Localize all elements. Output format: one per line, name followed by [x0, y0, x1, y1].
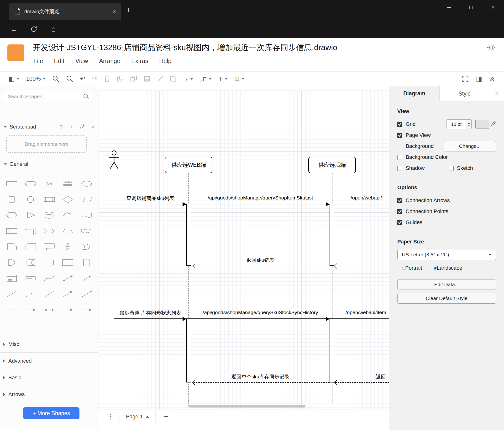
- landscape-option[interactable]: Landscape: [434, 265, 462, 271]
- zoom-in-icon[interactable]: [52, 75, 59, 82]
- browser-tab[interactable]: drawio文件预览 ×: [9, 3, 121, 20]
- message-label[interactable]: /api/goods/shopManage/queryShopItemSkuLi…: [208, 195, 313, 201]
- shape-line[interactable]: [40, 288, 58, 300]
- shape-diagonal-line[interactable]: [77, 288, 96, 300]
- scratchpad-help-icon[interactable]: ?: [60, 124, 63, 130]
- shadow-checkbox[interactable]: [397, 166, 402, 171]
- landscape-radio[interactable]: [434, 267, 437, 270]
- menu-file[interactable]: File: [33, 57, 43, 65]
- scratchpad-close-icon[interactable]: ×: [92, 124, 95, 130]
- return-label[interactable]: 返回单个sku库存同步记录: [232, 373, 289, 380]
- section-general[interactable]: General: [3, 158, 95, 170]
- zoom-dropdown[interactable]: 100%: [26, 75, 45, 82]
- shape-diamond[interactable]: [58, 193, 77, 206]
- shape-list[interactable]: [2, 272, 21, 285]
- shape-dashed-arrow[interactable]: [58, 304, 77, 316]
- menu-extras[interactable]: Extras: [131, 57, 148, 65]
- return-line[interactable]: [335, 266, 389, 266]
- shape-step[interactable]: [40, 225, 58, 237]
- message-line[interactable]: [114, 204, 186, 204]
- outline-view-icon[interactable]: ◧: [9, 75, 19, 83]
- activation-web-2[interactable]: [186, 318, 191, 383]
- menu-arrange[interactable]: Arrange: [99, 57, 120, 65]
- activation-web-1[interactable]: [186, 204, 191, 266]
- section-advanced[interactable]: Advanced: [0, 352, 98, 369]
- actor-figure[interactable]: [108, 150, 120, 171]
- shape-dotted-line[interactable]: [21, 288, 40, 300]
- message-line[interactable]: [191, 318, 330, 319]
- minimize-icon[interactable]: ─: [438, 0, 460, 15]
- connection-style-icon[interactable]: →: [182, 75, 193, 83]
- scratchpad-header[interactable]: Scratchpad ? + ×: [3, 122, 95, 132]
- shape-square[interactable]: [2, 193, 21, 206]
- edit-data-button[interactable]: Edit Data...: [397, 279, 496, 290]
- shape-curve[interactable]: [40, 272, 58, 285]
- horizontal-scrollbar[interactable]: [188, 405, 306, 408]
- home-icon[interactable]: ⌂: [47, 25, 60, 33]
- shape-double-arrow[interactable]: [40, 304, 58, 316]
- fullscreen-icon[interactable]: [462, 75, 469, 82]
- insert-icon[interactable]: +: [218, 75, 228, 83]
- shape-and[interactable]: [2, 256, 21, 269]
- shape-directional-arrow[interactable]: [58, 288, 77, 300]
- tab-close-icon[interactable]: ×: [112, 8, 116, 15]
- shape-process[interactable]: [40, 193, 58, 206]
- shape-document[interactable]: [77, 209, 96, 221]
- grid-color-swatch[interactable]: [475, 120, 489, 129]
- shape-thin-arrow[interactable]: [21, 304, 40, 316]
- actor-lifeline[interactable]: [114, 170, 114, 404]
- paper-size-select[interactable]: US-Letter (8,5" x 11"): [397, 249, 496, 260]
- shape-dashed-line[interactable]: [2, 288, 21, 300]
- shape-internal-storage[interactable]: [2, 225, 21, 237]
- message-label[interactable]: /open/webapi/: [351, 195, 382, 201]
- undo-icon[interactable]: ↶: [80, 75, 85, 83]
- tab-diagram[interactable]: Diagram: [389, 86, 440, 101]
- shape-hexagon[interactable]: [2, 209, 21, 221]
- shape-vertical-container[interactable]: [77, 256, 96, 269]
- diagram-canvas[interactable]: 供应链WEB端 供应链后端 查询店铺商品sku列表 /api/goods/sho…: [99, 86, 389, 409]
- activation-backend-2[interactable]: [330, 318, 334, 383]
- return-line[interactable]: [194, 266, 330, 266]
- portrait-option[interactable]: Portrait: [402, 265, 422, 271]
- message-label[interactable]: 查询店铺商品sku列表: [126, 195, 174, 202]
- return-line[interactable]: [194, 382, 330, 383]
- guides-checkbox[interactable]: [397, 220, 402, 225]
- shape-cloud[interactable]: [58, 209, 77, 221]
- message-line[interactable]: [334, 204, 389, 204]
- section-basic[interactable]: Basic: [0, 369, 98, 386]
- shape-tape[interactable]: [77, 225, 96, 237]
- menu-help[interactable]: Help: [159, 57, 171, 65]
- change-background-button[interactable]: Change...: [444, 141, 496, 151]
- background-color-checkbox[interactable]: [397, 155, 402, 160]
- grid-color-picker-icon[interactable]: [491, 121, 496, 127]
- back-icon[interactable]: ←: [7, 25, 20, 33]
- shape-bidirectional-arrow[interactable]: [58, 272, 77, 285]
- message-label[interactable]: /open/webapi/item: [346, 310, 386, 315]
- lifeline-box-web[interactable]: 供应链WEB端: [165, 157, 212, 173]
- tab-style[interactable]: Style: [440, 86, 490, 101]
- shape-container[interactable]: [58, 256, 77, 269]
- portrait-radio[interactable]: [402, 267, 405, 270]
- scratchpad-edit-icon[interactable]: [80, 124, 85, 130]
- pages-menu-icon[interactable]: ⋮: [107, 412, 114, 421]
- menu-edit[interactable]: Edit: [54, 57, 64, 65]
- clear-default-style-button[interactable]: Clear Default Style: [397, 293, 496, 304]
- refresh-icon[interactable]: [27, 26, 41, 33]
- page-tab[interactable]: Page-1: [120, 410, 156, 424]
- zoom-out-icon[interactable]: [66, 75, 73, 82]
- shape-trapezoid[interactable]: [58, 225, 77, 237]
- scratchpad-add-icon[interactable]: +: [70, 124, 72, 130]
- shape-rounded-rectangle[interactable]: [21, 178, 40, 190]
- shape-note[interactable]: [2, 241, 21, 253]
- shape-arrow[interactable]: [77, 272, 96, 285]
- shape-rectangle[interactable]: [2, 178, 21, 190]
- search-input[interactable]: [4, 91, 92, 102]
- message-label[interactable]: /api/goods/shopManage/querySkuStockSyncH…: [203, 310, 318, 315]
- panel-close-icon[interactable]: ×: [490, 86, 504, 101]
- shape-horizontal-line[interactable]: [2, 304, 21, 316]
- scratchpad-dropzone[interactable]: Drag elements here: [6, 135, 87, 153]
- page-view-checkbox[interactable]: [397, 133, 402, 138]
- shape-cylinder[interactable]: [40, 209, 58, 221]
- shape-card[interactable]: [21, 241, 40, 253]
- message-label[interactable]: 鼠标悬浮 库存同步状态列表: [120, 310, 181, 316]
